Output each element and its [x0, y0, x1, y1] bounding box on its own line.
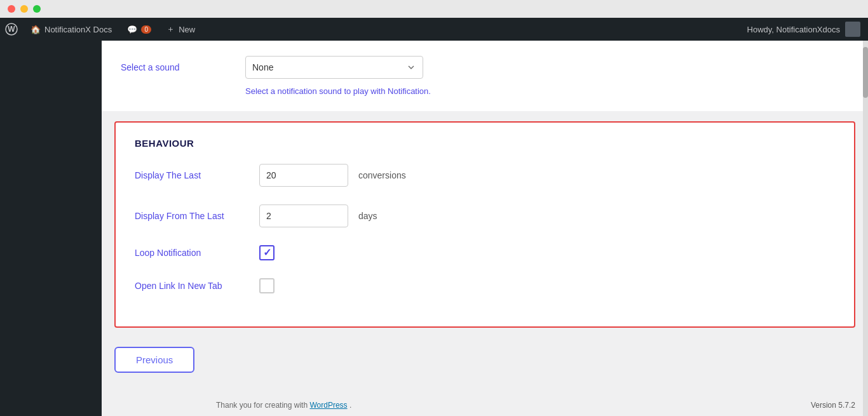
maximize-button[interactable]: [33, 5, 41, 13]
previous-button[interactable]: Previous: [114, 347, 194, 373]
layout: Select a sound None Beep Chime Bell Sele…: [0, 41, 868, 416]
close-button[interactable]: [8, 5, 15, 13]
display-from-last-label: Display From The Last: [135, 211, 249, 221]
sidebar: [0, 41, 102, 416]
loop-notification-label: Loop Notification: [135, 248, 249, 258]
home-icon: 🏠: [31, 25, 41, 34]
sound-hint: Select a notification sound to play with…: [245, 86, 849, 96]
display-from-last-row: Display From The Last days: [135, 205, 835, 227]
behaviour-title: BEHAVIOUR: [135, 138, 835, 149]
display-last-label: Display The Last: [135, 170, 249, 180]
sound-select[interactable]: None Beep Chime Bell: [245, 56, 423, 79]
scrollbar-thumb[interactable]: [863, 47, 868, 98]
footer-text: Thank you for creating with WordPress .: [216, 401, 351, 410]
wordpress-link[interactable]: WordPress: [309, 401, 347, 410]
scroll-area: Select a sound None Beep Chime Bell Sele…: [102, 41, 868, 405]
display-last-input[interactable]: [259, 164, 348, 187]
display-last-unit: conversions: [358, 170, 406, 180]
display-from-last-unit: days: [358, 211, 377, 221]
site-name: NotificationX Docs: [44, 25, 112, 34]
plus-icon: ＋: [166, 23, 175, 35]
wordpress-logo[interactable]: W: [0, 18, 23, 41]
loop-notification-checkbox[interactable]: ✓: [259, 245, 275, 260]
admin-bar-home[interactable]: 🏠 NotificationX Docs: [23, 18, 119, 41]
main-content: Select a sound None Beep Chime Bell Sele…: [102, 41, 868, 416]
open-link-label: Open Link In New Tab: [135, 281, 249, 291]
howdy-text: Howdy, NotificationXdocs: [747, 25, 840, 34]
sound-label: Select a sound: [121, 62, 235, 72]
open-link-row: Open Link In New Tab: [135, 278, 835, 293]
minimize-button[interactable]: [20, 5, 28, 13]
avatar[interactable]: [845, 22, 860, 37]
version-text: Version 5.7.2: [811, 401, 855, 410]
footer: Thank you for creating with WordPress . …: [203, 394, 868, 416]
display-from-last-input[interactable]: [259, 205, 348, 227]
svg-text:W: W: [8, 25, 15, 34]
admin-bar-comments[interactable]: 💬 0: [119, 18, 159, 41]
sound-row: Select a sound None Beep Chime Bell: [121, 56, 849, 79]
admin-bar-left: W 🏠 NotificationX Docs 💬 0 ＋ New: [0, 18, 203, 41]
comments-badge: 0: [141, 25, 151, 34]
loop-notification-row: Loop Notification ✓: [135, 245, 835, 260]
admin-bar: W 🏠 NotificationX Docs 💬 0 ＋ New Howdy, …: [0, 18, 868, 41]
sound-section: Select a sound None Beep Chime Bell Sele…: [102, 41, 868, 111]
title-bar: [0, 0, 868, 18]
display-last-row: Display The Last conversions: [135, 164, 835, 187]
checkmark-icon: ✓: [263, 248, 271, 258]
admin-bar-right: Howdy, NotificationXdocs: [740, 22, 868, 37]
thank-you-text: Thank you for creating: [216, 401, 294, 410]
open-link-checkbox[interactable]: [259, 278, 275, 293]
new-label: New: [179, 25, 195, 34]
scrollbar[interactable]: [863, 41, 868, 416]
behaviour-section: BEHAVIOUR Display The Last conversions D…: [114, 121, 855, 328]
period-text: .: [349, 401, 351, 410]
admin-bar-new[interactable]: ＋ New: [159, 18, 203, 41]
comments-icon: 💬: [127, 25, 137, 34]
with-text: with: [294, 401, 308, 410]
